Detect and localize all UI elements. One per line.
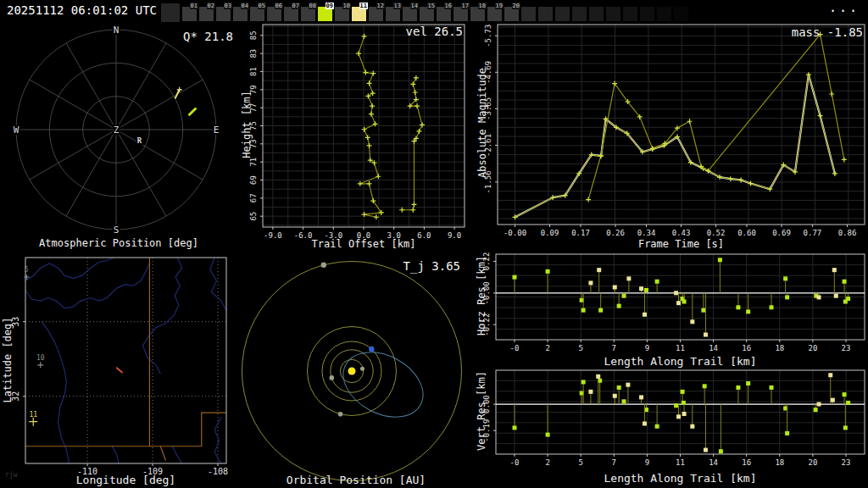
ground-map-chart: 10115-110-109-1083332 <box>0 252 237 488</box>
frame-thumbnail-06[interactable]: 06 <box>267 7 281 21</box>
frame-thumbnail-13[interactable]: 13 <box>386 7 400 21</box>
frame-thumbnail-07[interactable]: 07 <box>284 7 298 21</box>
orbital-position-panel: T_j 3.65 Orbital Position [AU] <box>237 252 475 488</box>
frame-number-label: 04 <box>241 3 249 9</box>
svg-text:-9.0: -9.0 <box>264 231 282 240</box>
svg-text:71: 71 <box>249 158 258 167</box>
svg-text:16: 16 <box>742 458 751 467</box>
svg-text:-3.65: -3.65 <box>484 97 492 120</box>
frame-number-label: 13 <box>393 3 402 9</box>
frame-number-label: 02 <box>207 3 215 9</box>
frame-thumbnail-02[interactable]: 02 <box>199 7 214 21</box>
svg-text:9.0: 9.0 <box>448 231 461 240</box>
frame-thumbnail-08[interactable]: 08 <box>301 7 315 21</box>
light-curve-chart: -0.000.090.170.260.340.430.520.600.690.7… <box>475 22 868 252</box>
frame-thumbnail-17[interactable]: 17 <box>453 7 468 21</box>
svg-text:-0: -0 <box>510 344 520 352</box>
frame-number-label: 11 <box>359 3 368 9</box>
frame-thumbnail-05[interactable]: 05 <box>250 7 264 21</box>
svg-text:75: 75 <box>249 121 258 130</box>
frame-thumbnail-empty[interactable] <box>640 7 654 21</box>
frame-thumbnail-empty[interactable] <box>589 7 604 21</box>
frame-thumbnail-09[interactable]: 09 <box>318 7 332 21</box>
svg-text:67: 67 <box>249 193 258 202</box>
svg-text:-110: -110 <box>77 467 97 476</box>
svg-text:0.0: 0.0 <box>357 231 370 240</box>
frame-thumbnail-empty[interactable] <box>521 7 536 21</box>
frame-thumbnail-10[interactable]: 10 <box>335 7 349 21</box>
svg-text:-109: -109 <box>142 467 163 476</box>
frame-thumbnail-empty[interactable] <box>606 7 620 21</box>
svg-text:-0: -0 <box>510 458 520 467</box>
svg-text:18: 18 <box>775 344 784 352</box>
frame-number-label: 19 <box>495 3 504 9</box>
height-profile-chart: -9.0-6.0-3.00.03.06.09.06567697173757779… <box>237 22 475 252</box>
height-profile-panel: -9.0-6.0-3.00.03.06.09.06567697173757779… <box>237 22 475 252</box>
svg-text:0.52: 0.52 <box>707 229 726 237</box>
frame-thumbnail-18[interactable]: 18 <box>470 7 485 21</box>
svg-text:-2.61: -2.61 <box>484 134 492 157</box>
svg-text:-0.22: -0.22 <box>482 313 491 336</box>
svg-text:6.0: 6.0 <box>417 231 431 240</box>
svg-text:0.86: 0.86 <box>838 229 857 237</box>
svg-text:11: 11 <box>29 411 37 419</box>
svg-text:14: 14 <box>709 458 718 467</box>
frame-number-label: 06 <box>275 3 283 9</box>
frame-thumbnail-blank[interactable] <box>161 3 180 22</box>
frame-thumbnail-20[interactable]: 20 <box>504 7 519 21</box>
svg-text:81: 81 <box>249 67 258 76</box>
svg-text:0.69: 0.69 <box>772 229 791 237</box>
frame-number-label: 14 <box>410 3 419 9</box>
overflow-menu-button[interactable]: ... <box>829 0 860 15</box>
svg-text:0.09: 0.09 <box>541 229 559 237</box>
svg-text:73: 73 <box>249 139 258 148</box>
frame-number-label: 17 <box>461 3 470 9</box>
frame-thumbnail-16[interactable]: 16 <box>437 7 451 21</box>
svg-text:23: 23 <box>842 458 851 467</box>
frame-thumbnail-empty[interactable] <box>572 7 587 21</box>
svg-text:-0.19: -0.19 <box>482 419 491 442</box>
frame-thumbnail-03[interactable]: 03 <box>216 7 231 21</box>
frame-thumbnail-14[interactable]: 14 <box>403 7 417 21</box>
svg-text:0.22: 0.22 <box>482 252 491 270</box>
frame-thumbnail-empty[interactable] <box>657 7 671 21</box>
svg-text:N: N <box>114 25 120 36</box>
frame-thumbnail-15[interactable]: 15 <box>420 7 434 21</box>
frame-thumbnail-12[interactable]: 12 <box>369 7 383 21</box>
svg-text:2: 2 <box>545 458 549 467</box>
svg-text:65: 65 <box>249 212 258 221</box>
frame-thumbnail-strip: 0102030405060708091011121314151617181920 <box>161 2 691 22</box>
frame-thumbnail-04[interactable]: 04 <box>233 7 248 21</box>
svg-text:33: 33 <box>11 317 20 327</box>
frame-number-label: 07 <box>292 3 300 9</box>
svg-text:20: 20 <box>808 344 817 352</box>
frame-thumbnail-empty[interactable] <box>674 7 688 21</box>
frame-thumbnail-19[interactable]: 19 <box>487 7 502 21</box>
svg-text:79: 79 <box>249 85 258 94</box>
watermark: rjw <box>5 471 17 479</box>
frame-thumbnail-empty[interactable] <box>623 7 637 21</box>
horizontal-residuals-panel: -025791114161820230.22-0.00-0.22 Length … <box>475 252 868 369</box>
svg-text:-108: -108 <box>208 467 228 476</box>
svg-text:18: 18 <box>775 458 784 467</box>
frame-thumbnail-01[interactable]: 01 <box>182 7 197 21</box>
frame-number-label: 05 <box>258 3 266 9</box>
svg-text:69: 69 <box>249 175 258 185</box>
svg-text:9: 9 <box>645 458 649 467</box>
frame-thumbnail-empty[interactable] <box>555 7 570 21</box>
svg-text:11: 11 <box>676 344 685 352</box>
frame-thumbnail-11[interactable]: 11 <box>352 7 366 21</box>
svg-text:0.60: 0.60 <box>737 229 756 237</box>
frame-thumbnail-empty[interactable] <box>538 7 553 21</box>
svg-text:16: 16 <box>742 344 751 352</box>
frame-number-label: 10 <box>342 3 351 9</box>
svg-text:5: 5 <box>578 344 582 352</box>
svg-text:20: 20 <box>808 458 817 467</box>
frame-number-label: 20 <box>512 3 520 9</box>
frame-number-label: 08 <box>309 3 317 9</box>
horizontal-residuals-chart: -025791114161820230.22-0.00-0.22 <box>475 252 868 369</box>
frame-number-label: 16 <box>444 3 453 9</box>
svg-text:7: 7 <box>612 458 616 467</box>
svg-text:14: 14 <box>709 344 718 352</box>
svg-text:85: 85 <box>249 30 258 40</box>
